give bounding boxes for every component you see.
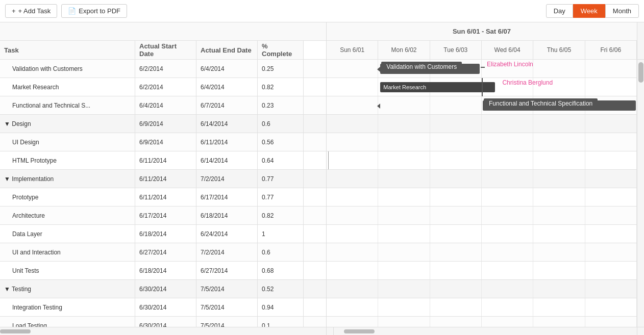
task-pct: 0.56 — [258, 133, 304, 151]
gantt-cell-thu — [533, 262, 585, 279]
col-header-start: Actual Start Date — [135, 41, 196, 59]
task-start: 6/11/2014 — [135, 188, 196, 206]
corner-spacer — [327, 327, 334, 335]
right-header: Sun 6/01 - Sat 6/07 Sun 6/01 Mon 6/02 Tu… — [327, 22, 637, 60]
gantt-cell-sun — [327, 298, 378, 316]
task-start: 6/17/2014 — [135, 207, 196, 224]
table-row: ▼ Implementation 6/11/2014 7/2/2014 0.77 — [0, 170, 326, 188]
gantt-cell-sun — [327, 133, 378, 151]
task-name: Validation with Customers — [0, 60, 135, 78]
table-row: Data Layer 6/18/2014 6/24/2014 1 — [0, 225, 326, 243]
left-scrollbar-thumb[interactable] — [0, 329, 31, 333]
person-label-2: Christina Berglund — [502, 79, 553, 86]
gantt-cell-fri — [585, 298, 637, 316]
task-start: 6/30/2014 — [135, 317, 196, 327]
gantt-cell-thu — [533, 133, 585, 151]
export-pdf-label: Export to PDF — [79, 7, 120, 15]
vertical-scrollbar[interactable] — [637, 60, 644, 327]
task-end: 6/18/2014 — [196, 207, 258, 224]
person-label-1: Elizabeth Lincoln — [487, 61, 533, 68]
task-pct: 0.1 — [258, 317, 304, 327]
vscroll-bottom — [637, 327, 644, 335]
task-pct: 0.23 — [258, 96, 304, 114]
gantt-row — [327, 115, 637, 133]
task-end: 6/7/2014 — [196, 96, 258, 114]
gantt-cell-tue — [430, 151, 482, 169]
gantt-cell-sun — [327, 188, 378, 206]
task-start: 6/2/2014 — [135, 60, 196, 78]
task-end: 6/4/2014 — [196, 60, 258, 78]
task-start: 6/30/2014 — [135, 280, 196, 298]
task-end: 6/17/2014 — [196, 188, 258, 206]
gantt-cell-thu — [533, 243, 585, 261]
task-name: ▼ Implementation — [0, 170, 135, 188]
gantt-cell-tue — [430, 262, 482, 279]
day-header-thu: Thu 6/05 — [533, 41, 585, 59]
task-end: 6/27/2014 — [196, 262, 258, 279]
gantt-cell-thu — [533, 115, 585, 133]
gantt-cell-thu — [533, 298, 585, 316]
task-end: 6/4/2014 — [196, 78, 258, 96]
week-view-button[interactable]: Week — [573, 4, 605, 18]
vscroll-thumb[interactable] — [638, 62, 643, 83]
task-name: HTML Prototype — [0, 151, 135, 169]
gantt-cell-mon — [378, 170, 430, 188]
gantt-row — [327, 207, 637, 225]
gantt-cell-mon — [378, 151, 430, 169]
table-row: Validation with Customers 6/2/2014 6/4/2… — [0, 60, 326, 78]
gantt-cell-sun — [327, 317, 378, 327]
gantt-cell-tue — [430, 298, 482, 316]
gantt-cell-tue — [430, 317, 482, 327]
gantt-cell-tue — [430, 96, 482, 114]
export-pdf-button[interactable]: 📄 Export to PDF — [61, 4, 127, 18]
task-pct: 0.82 — [258, 207, 304, 224]
cursor-line — [328, 151, 329, 169]
task-pct: 1 — [258, 225, 304, 243]
task-name: Load Testing — [0, 317, 135, 327]
gantt-cell-thu — [533, 170, 585, 188]
task-start: 6/18/2014 — [135, 225, 196, 243]
day-view-button[interactable]: Day — [546, 4, 573, 18]
task-name: Data Layer — [0, 225, 135, 243]
bar-arrow-left — [377, 67, 380, 72]
left-scrollbar[interactable] — [0, 327, 327, 335]
gantt-cell-fri — [585, 115, 637, 133]
task-name: UI and Interaction — [0, 243, 135, 261]
gantt-cell-fri — [585, 280, 637, 298]
gantt-cell-sun — [327, 170, 378, 188]
col-header-end: Actual End Date — [196, 41, 258, 59]
table-row: Unit Tests 6/18/2014 6/27/2014 0.68 — [0, 262, 326, 280]
plus-icon: + — [12, 7, 16, 15]
gantt-bar-market-research: Market Research — [380, 82, 495, 92]
table-row: Prototype 6/11/2014 6/17/2014 0.77 — [0, 188, 326, 207]
gantt-cell-wed — [482, 133, 533, 151]
task-name: Market Research — [0, 78, 135, 96]
day-header-mon: Mon 6/02 — [378, 41, 430, 59]
gantt-cell-sun — [327, 262, 378, 279]
add-task-button[interactable]: + + Add Task — [5, 4, 57, 18]
task-pct: 0.6 — [258, 243, 304, 261]
gantt-cell-wed — [482, 151, 533, 169]
task-start: 6/11/2014 — [135, 151, 196, 169]
task-end: 7/2/2014 — [196, 243, 258, 261]
gantt-cell-fri — [585, 188, 637, 206]
day-header-fri: Fri 6/06 — [585, 41, 637, 59]
task-start: 6/4/2014 — [135, 96, 196, 114]
month-view-button[interactable]: Month — [605, 4, 639, 18]
gantt-cell-sun — [327, 151, 378, 169]
table-row: UI Design 6/9/2014 6/11/2014 0.56 — [0, 133, 326, 151]
table-row: ▼ Testing 6/30/2014 7/5/2014 0.52 — [0, 280, 326, 298]
task-pct: 0.94 — [258, 298, 304, 316]
bottom-scrollbar — [0, 327, 644, 335]
header-row: Task Actual Start Date Actual End Date %… — [0, 22, 644, 60]
gantt-cell-wed — [482, 115, 533, 133]
gantt-row — [327, 225, 637, 243]
gantt-cell-mon — [378, 243, 430, 261]
right-scrollbar[interactable] — [334, 327, 637, 335]
gantt-cell-thu — [533, 280, 585, 298]
gantt-cell-tue — [430, 115, 482, 133]
right-scrollbar-thumb[interactable] — [344, 329, 375, 333]
gantt-row — [327, 280, 637, 298]
toolbar-left: + + Add Task 📄 Export to PDF — [5, 4, 127, 18]
table-row: Architecture 6/17/2014 6/18/2014 0.82 — [0, 207, 326, 225]
